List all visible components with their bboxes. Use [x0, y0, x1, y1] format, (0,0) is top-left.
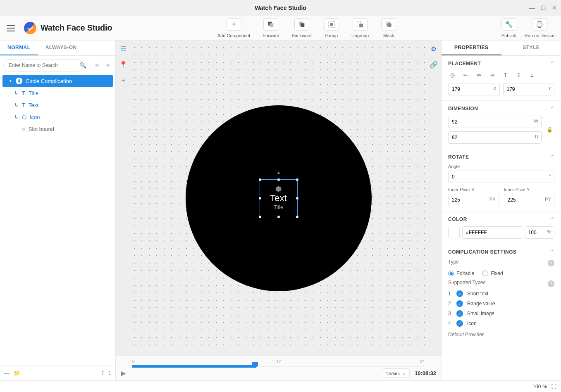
watch-icon: ⌚	[532, 18, 547, 31]
layers-tool-icon[interactable]: ☰	[118, 44, 128, 54]
settings-tool-icon[interactable]: ⚙	[429, 44, 439, 54]
backward-button[interactable]: Backward	[292, 18, 312, 38]
visibility-toggle-1[interactable]: 👁	[93, 62, 101, 69]
forward-button[interactable]: Forward	[263, 18, 279, 38]
remove-button[interactable]: —	[4, 370, 10, 376]
help-icon[interactable]: ?	[548, 280, 554, 287]
svg-rect-5	[330, 23, 333, 26]
check-icon: ✓	[456, 290, 463, 297]
svg-rect-7	[359, 24, 363, 27]
complication-settings-section: COMPLICATION SETTINGS⌃ Type ? Editable F…	[442, 244, 561, 345]
radio-fixed[interactable]: Fixed	[482, 271, 503, 276]
check-icon: ✓	[456, 310, 463, 317]
link-icon: ↳	[14, 102, 19, 108]
layer-slot-bound[interactable]: ↳ ○ Slot bound	[0, 123, 115, 135]
help-icon[interactable]: ?	[548, 260, 554, 266]
chevron-up-icon[interactable]: ⌃	[550, 106, 555, 112]
forward-icon	[263, 18, 278, 31]
resize-handle[interactable]	[296, 178, 298, 181]
menu-button[interactable]	[7, 25, 15, 31]
zoom-level[interactable]: 100 %	[532, 384, 547, 390]
publish-button[interactable]: 🔧 Publish	[501, 18, 516, 38]
chevron-up-icon[interactable]: ⌃	[550, 61, 555, 67]
canvas-area: ☰ 📍 ＋ ⚙ 🔗 Text Title	[116, 40, 441, 380]
chevron-up-icon[interactable]: ⌃	[550, 154, 555, 160]
width-input[interactable]	[448, 116, 542, 128]
brand: Watch Face Studio	[7, 22, 112, 34]
ungroup-button[interactable]: Ungroup	[351, 18, 369, 38]
visibility-toggle-2[interactable]: 👁	[104, 62, 112, 69]
layer-icon[interactable]: ↳ ⬡ Icon	[0, 111, 115, 123]
lock-aspect-icon[interactable]: 🔓	[545, 127, 554, 133]
maximize-button[interactable]: ☐	[541, 5, 546, 11]
align-center-both-icon[interactable]: ◎	[448, 71, 456, 79]
run-on-device-button[interactable]: ⌚ Run on Device	[525, 18, 554, 38]
upload-icon[interactable]: ⤴	[101, 370, 104, 376]
pin-tool-icon[interactable]: 📍	[118, 59, 128, 69]
chevron-up-icon[interactable]: ⌃	[550, 216, 555, 222]
fullscreen-icon[interactable]: ⛶	[551, 384, 556, 390]
tab-style[interactable]: STYLE	[501, 40, 561, 55]
resize-handle[interactable]	[259, 216, 261, 218]
minimize-button[interactable]: —	[529, 5, 535, 11]
link-icon: ↳	[14, 90, 19, 96]
add-component-button[interactable]: ＋ Add Component	[217, 18, 251, 38]
tab-normal[interactable]: NORMAL	[0, 40, 38, 55]
main-toolbar: Watch Face Studio ＋ Add Component Forwar…	[0, 16, 561, 40]
chevron-up-icon[interactable]: ⌃	[550, 249, 555, 255]
play-button[interactable]: ▶	[121, 369, 126, 377]
svg-rect-1	[270, 23, 274, 27]
height-input[interactable]	[448, 131, 542, 144]
timeline-clock: 10:08:32	[415, 370, 436, 376]
supported-type-2[interactable]: 2✓Range value	[448, 300, 554, 307]
resize-handle[interactable]	[259, 178, 261, 181]
resize-handle[interactable]	[296, 216, 298, 218]
mask-button[interactable]: Mask	[381, 18, 396, 38]
y-input[interactable]	[503, 83, 555, 95]
angle-input[interactable]	[448, 171, 554, 183]
x-input[interactable]	[448, 83, 500, 95]
status-bar: 100 % ⛶	[0, 380, 561, 392]
playback-rate-select[interactable]: 1S/sec ⌄	[382, 368, 410, 378]
supported-type-3[interactable]: 3✓Small image	[448, 310, 554, 317]
resize-handle[interactable]	[259, 197, 261, 200]
download-icon[interactable]: ⤵	[108, 370, 111, 376]
link-tool-icon[interactable]: 🔗	[429, 59, 439, 69]
circle-icon: ○	[22, 126, 25, 132]
dimension-section: DIMENSION⌃ W H 🔓	[442, 101, 561, 149]
align-left-icon[interactable]: ⇤	[461, 71, 470, 79]
plus-icon: ＋	[227, 18, 241, 31]
group-button[interactable]: Group	[324, 18, 339, 38]
add-tool-icon[interactable]: ＋	[118, 75, 128, 85]
color-swatch[interactable]	[448, 227, 460, 238]
align-right-icon[interactable]: ⇥	[488, 71, 496, 79]
svg-rect-3	[301, 23, 304, 27]
search-input[interactable]	[3, 59, 84, 71]
app-name: Watch Face Studio	[41, 23, 112, 33]
close-button[interactable]: ✕	[552, 5, 557, 11]
folder-button[interactable]: 📁	[14, 370, 20, 376]
align-center-h-icon[interactable]: ⇔	[475, 71, 483, 79]
radio-editable[interactable]: Editable	[448, 271, 474, 276]
supported-type-4[interactable]: 4✓Icon	[448, 320, 554, 327]
timeline-track[interactable]: 0 12 24	[132, 359, 425, 369]
timeline-progress	[132, 365, 255, 368]
align-bottom-icon[interactable]: ⤓	[528, 71, 536, 79]
layer-circle-complication[interactable]: ▾ 4 Circle Complication	[2, 75, 113, 87]
supported-type-1[interactable]: 1✓Short text	[448, 290, 554, 297]
layer-label: Circle Complication	[26, 78, 72, 84]
selection-box[interactable]	[260, 179, 298, 217]
color-hex-input[interactable]	[462, 226, 522, 239]
align-center-v-icon[interactable]: ⇕	[514, 71, 523, 79]
tab-always-on[interactable]: ALWAYS-ON	[38, 40, 84, 55]
rotate-handle[interactable]	[277, 172, 279, 174]
resize-handle[interactable]	[296, 197, 298, 200]
align-top-icon[interactable]: ⤒	[501, 71, 509, 79]
resize-handle[interactable]	[277, 216, 280, 218]
viewport[interactable]: Text Title	[116, 40, 441, 356]
tab-properties[interactable]: PROPERTIES	[442, 40, 501, 55]
app-logo-icon	[24, 22, 36, 34]
layer-text[interactable]: ↳ T Text	[0, 99, 115, 111]
resize-handle[interactable]	[277, 178, 280, 181]
layer-title[interactable]: ↳ T Title	[0, 87, 115, 99]
